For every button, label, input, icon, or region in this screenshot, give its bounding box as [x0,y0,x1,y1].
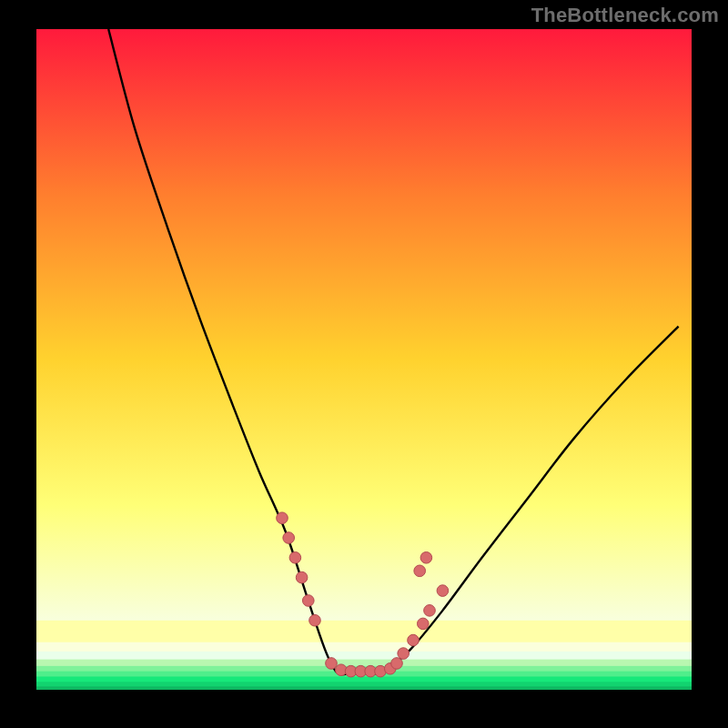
scatter-dot [326,658,338,670]
scatter-dot [277,512,288,524]
watermark-text: TheBottleneck.com [531,4,719,27]
bottom-bands [36,621,692,690]
scatter-dot [303,595,315,607]
scatter-dot [418,618,430,630]
scatter-dot [391,658,403,670]
scatter-dot [437,585,449,597]
chart-svg [36,29,692,690]
plot-frame [36,29,692,690]
scatter-dot [398,648,410,660]
chart-stage: TheBottleneck.com [0,0,728,728]
scatter-dot [424,605,436,617]
scatter-dot [414,565,426,577]
scatter-dot [309,614,321,626]
scatter-dot [420,552,432,564]
scatter-dot [408,634,420,646]
color-band [36,686,692,690]
scatter-dot [296,571,308,583]
scatter-dot [283,532,295,544]
scatter-dot [289,552,301,564]
